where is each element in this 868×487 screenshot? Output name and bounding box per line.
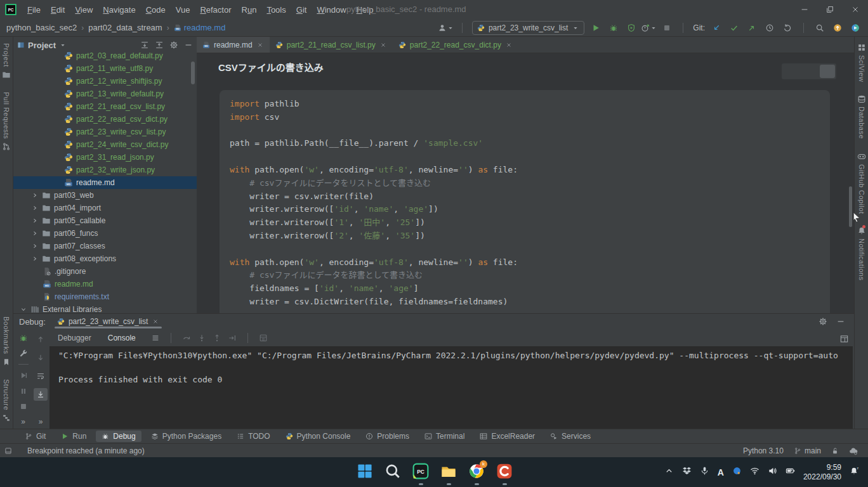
menu-git[interactable]: Git (291, 5, 312, 15)
debug-session-tab[interactable]: part2_23_write_csv_list (55, 314, 162, 329)
toolwindow-button-excelreader[interactable]: ExcelReader (474, 431, 541, 442)
soft-wrap-button[interactable] (34, 370, 48, 382)
breadcrumb-item[interactable]: MDreadme.md (174, 23, 226, 32)
tree-item[interactable]: part07_classes (13, 240, 197, 252)
taskbar-pycharm-app[interactable]: PC (407, 458, 435, 486)
tree-item[interactable]: part04_import (13, 202, 197, 214)
tab-debugger[interactable]: Debugger (50, 334, 99, 342)
pause-button[interactable] (16, 386, 30, 396)
menu-file[interactable]: File (22, 5, 46, 15)
tree-item[interactable]: part2_22_read_csv_dict.py (13, 113, 197, 126)
close-icon[interactable] (256, 41, 264, 49)
tray-dropbox[interactable] (682, 466, 692, 478)
menu-tools[interactable]: Tools (261, 5, 291, 15)
run-to-cursor-icon[interactable] (228, 334, 237, 342)
status-message[interactable]: Breakpoint reached (a minute ago) (27, 446, 145, 455)
close-icon[interactable] (379, 41, 387, 49)
cloud-sync-icon[interactable] (849, 446, 858, 455)
taskbar-start[interactable] (351, 458, 379, 486)
taskbar-chrome[interactable]: k (463, 458, 490, 486)
user-button[interactable] (440, 22, 452, 34)
run-config-selector[interactable]: part2_23_write_csv_list (472, 21, 584, 35)
tree-item[interactable]: part2_24_write_csv_dict.py (13, 138, 197, 151)
editor-tab[interactable]: part2_21_read_csv_list.py (270, 37, 393, 53)
editor-tab[interactable]: part2_22_read_csv_dict.py (393, 37, 518, 53)
hamburger-icon[interactable] (151, 334, 160, 342)
tool-stripe-project[interactable]: Project (2, 37, 11, 86)
menu-view[interactable]: View (70, 5, 98, 15)
menu-navigate[interactable]: Navigate (98, 5, 140, 15)
tree-item[interactable]: part08_exceptions (13, 252, 197, 265)
chevron-down-icon[interactable] (59, 41, 67, 49)
evaluate-icon[interactable] (259, 334, 268, 342)
code-with-me-button[interactable] (849, 22, 862, 34)
tab-console[interactable]: Console (100, 334, 143, 342)
menu-window[interactable]: Window (312, 5, 351, 15)
tree-item[interactable]: part03_web (13, 189, 197, 202)
rerun-debug-button[interactable] (16, 333, 30, 343)
toolwindow-button-services[interactable]: Services (544, 431, 596, 442)
tree-item[interactable]: MDreadme.md (13, 176, 197, 189)
toolwindow-button-git[interactable]: Git (19, 431, 51, 442)
close-button[interactable] (843, 0, 868, 19)
gear-icon[interactable] (169, 41, 178, 49)
stop-button[interactable] (661, 22, 673, 34)
git-update-button[interactable] (710, 22, 723, 34)
scroll-end-button[interactable] (34, 388, 48, 401)
toolwindow-button-run[interactable]: Run (55, 431, 92, 442)
ime-indicator[interactable]: A (718, 467, 724, 477)
toolwindow-button-terminal[interactable]: Terminal (419, 431, 470, 442)
toolwindow-button-problems[interactable]: Problems (360, 431, 415, 442)
tool-stripe-pull-requests[interactable]: Pull Requests (2, 86, 11, 157)
tree-item[interactable]: part2_03_read_default.py (13, 49, 197, 62)
view-preview-icon[interactable] (820, 65, 835, 78)
menu-refactor[interactable]: Refactor (195, 5, 236, 15)
run-button[interactable] (589, 22, 602, 34)
lock-icon[interactable] (831, 447, 839, 455)
down-button[interactable] (34, 351, 48, 364)
menu-code[interactable]: Code (141, 5, 171, 15)
expand-all-icon[interactable] (140, 41, 149, 49)
layout-icon[interactable] (839, 334, 849, 344)
tree-item[interactable]: part2_23_write_csv_list.py (13, 126, 197, 138)
taskbar-camtasia[interactable] (490, 458, 518, 486)
step-out-icon[interactable] (213, 334, 221, 342)
stop-button[interactable] (16, 401, 30, 412)
toolwindow-button-debug[interactable]: Debug (96, 431, 141, 442)
close-icon[interactable] (505, 41, 513, 49)
debug-button[interactable] (607, 22, 620, 34)
taskbar-explorer[interactable] (435, 458, 463, 486)
close-icon[interactable] (152, 318, 159, 325)
toolwindow-button-python-packages[interactable]: Python Packages (145, 431, 227, 442)
tool-stripe-structure[interactable]: Structure (2, 373, 11, 429)
git-branch-widget[interactable]: main (794, 446, 821, 455)
git-push-button[interactable] (746, 22, 758, 34)
tree-item[interactable]: part2_13_write_default.py (13, 88, 197, 100)
hide-icon[interactable] (184, 41, 193, 49)
up-button[interactable] (34, 333, 48, 346)
editor-tab[interactable]: MDreadme.md (197, 37, 270, 53)
wrench-button[interactable] (16, 349, 30, 359)
profiler-button[interactable] (643, 22, 655, 34)
step-over-icon[interactable] (182, 334, 191, 342)
tray-speaker[interactable] (768, 466, 777, 478)
history-button[interactable] (763, 22, 776, 34)
tree-item[interactable]: part2_12_write_shiftjis.py (13, 75, 197, 88)
resume-button[interactable] (16, 370, 30, 380)
tray-wifi[interactable] (750, 466, 760, 478)
tree-item[interactable]: .gitignore (13, 265, 197, 278)
toolwindow-button-python-console[interactable]: Python Console (280, 431, 357, 442)
tool-stripe-github-copilot[interactable]: GitHub Copilot (857, 146, 866, 221)
tree-item[interactable]: MDreadme.md (13, 278, 197, 290)
breadcrumb-item[interactable]: python_basic_sec2 (6, 23, 77, 32)
minimize-button[interactable] (792, 0, 817, 19)
toolwindow-button-todo[interactable]: TODO (231, 431, 275, 442)
project-tree-scrollbar[interactable] (191, 62, 195, 84)
tree-item[interactable]: part2_11_write_utf8.py (13, 62, 197, 75)
tree-item[interactable]: requirements.txt (13, 290, 197, 303)
menu-run[interactable]: Run (237, 5, 262, 15)
step-into-icon[interactable] (197, 334, 206, 342)
tool-stripe-bookmarks[interactable]: Bookmarks (2, 310, 11, 373)
tray-chevron-up[interactable] (664, 466, 674, 478)
search-everywhere-button[interactable] (813, 22, 826, 34)
